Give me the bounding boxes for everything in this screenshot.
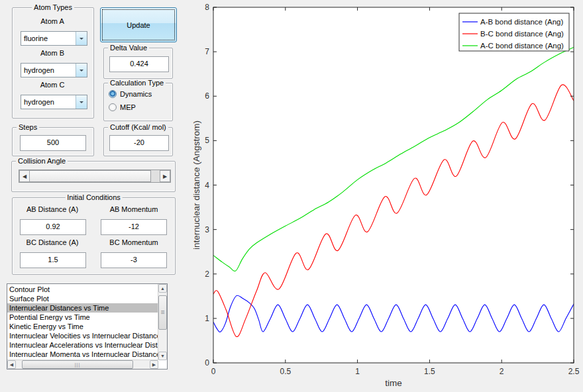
list-item[interactable]: Kinetic Energy vs Time	[7, 322, 158, 331]
x-axis-label: time	[385, 378, 402, 388]
plot-canvas: 00.511.522.5012345678timeinternuclear di…	[186, 0, 583, 392]
steps-field[interactable]: 500	[20, 135, 86, 151]
slider-right-arrow-icon[interactable]: ▶	[160, 170, 170, 182]
list-item[interactable]: Internuclear Distances vs Time	[7, 303, 158, 313]
y-tick-label: 8	[205, 3, 209, 12]
atom-b-label: Atom B	[12, 49, 93, 58]
vertical-scroll-thumb[interactable]: ☰	[158, 295, 167, 330]
steps-title: Steps	[17, 123, 39, 131]
ab-momentum-field[interactable]: -12	[101, 219, 167, 235]
y-axis-label: internuclear distance (Angstrom)	[191, 121, 201, 250]
cutoff-title: Cutoff (Kcal/ mol)	[108, 123, 168, 131]
list-item[interactable]: Surface Plot	[7, 294, 158, 303]
atom-types-title: Atom Types	[32, 3, 74, 11]
plot-area: 00.511.522.5012345678timeinternuclear di…	[186, 0, 583, 392]
list-item[interactable]: Internuclear Accelerations vs Internucle…	[7, 340, 158, 350]
y-tick-label: 4	[205, 181, 209, 190]
list-item[interactable]: Potential Energy vs Time	[7, 313, 158, 322]
y-tick-label: 0	[205, 358, 209, 368]
x-tick-label: 2	[500, 367, 504, 376]
calculation-type-radio[interactable]	[109, 103, 117, 111]
bc-momentum-label: BC Momentum	[101, 238, 167, 247]
plot-background	[213, 7, 574, 363]
delta-value-field[interactable]: 0.424	[109, 56, 169, 72]
atom-c-label: Atom C	[12, 81, 93, 89]
cutoff-field[interactable]: -20	[109, 135, 169, 151]
collision-angle-title: Collision Angle	[16, 157, 68, 165]
vertical-scrollbar[interactable]: ▲ ☰ ▼	[158, 284, 167, 360]
radio-dynamics[interactable]: Dynamics	[109, 89, 152, 99]
y-tick-label: 2	[205, 270, 209, 279]
atom-c-select[interactable]: hydrogen	[21, 95, 87, 109]
atom-b-value: hydrogen	[21, 66, 76, 74]
atom-a-label: Atom A	[12, 17, 93, 26]
y-tick-label: 5	[205, 136, 209, 145]
scroll-left-icon[interactable]: ◀	[7, 360, 16, 369]
atom-b-select[interactable]: hydrogen	[21, 63, 87, 77]
radio-mep[interactable]: MEP	[109, 103, 136, 112]
legend-label: B-C bond distance (Ang)	[480, 30, 564, 38]
delta-value-title: Delta Value	[108, 44, 149, 52]
slider-thumb[interactable]	[30, 170, 151, 182]
bc-distance-label: BC Distance (A)	[20, 238, 85, 247]
chevron-down-icon[interactable]	[76, 64, 87, 77]
update-button[interactable]: Update	[100, 7, 177, 42]
x-tick-label: 1	[355, 367, 360, 376]
ab-distance-label: AB Distance (A)	[20, 205, 85, 214]
scroll-down-icon[interactable]: ▼	[158, 352, 167, 360]
y-tick-label: 3	[205, 225, 209, 234]
x-tick-label: 0	[211, 367, 216, 376]
plot-type-listbox[interactable]: Contour PlotSurface PlotInternuclear Dis…	[7, 283, 168, 369]
y-tick-label: 7	[205, 47, 209, 56]
calculation-type-title: Calculation Type	[108, 79, 166, 87]
slider-track[interactable]	[151, 170, 160, 182]
bc-distance-field[interactable]: 1.5	[20, 252, 86, 268]
atom-a-select[interactable]: fluorine	[21, 31, 87, 46]
horizontal-scrollbar[interactable]: ◀ ||| ▶	[7, 360, 158, 369]
scroll-up-icon[interactable]: ▲	[158, 284, 167, 293]
x-tick-label: 1.5	[424, 367, 435, 376]
legend-label: A-C bond distance (Ang)	[480, 42, 564, 50]
y-tick-label: 1	[205, 314, 209, 323]
scroll-right-icon[interactable]: ▶	[150, 360, 158, 369]
x-tick-label: 0.5	[280, 367, 291, 376]
atom-c-value: hydrogen	[21, 98, 76, 106]
y-tick-label: 6	[205, 91, 209, 101]
plot-type-list: Contour PlotSurface PlotInternuclear Dis…	[7, 285, 158, 360]
ab-distance-field[interactable]: 0.92	[20, 219, 86, 235]
radio-dynamics-label: Dynamics	[120, 90, 152, 98]
slider-left-arrow-icon[interactable]: ◀	[19, 170, 30, 182]
chevron-down-icon[interactable]	[76, 95, 87, 109]
calculation-type-group: Calculation Type	[103, 83, 173, 121]
legend: A-B bond distance (Ang)B-C bond distance…	[459, 13, 569, 51]
initial-conditions-title: Initial Conditions	[65, 193, 123, 201]
chevron-down-icon[interactable]	[76, 32, 87, 45]
horizontal-scroll-thumb[interactable]: |||	[22, 360, 133, 369]
list-item[interactable]: Internuclear Momenta vs Internuclear Dis…	[7, 350, 158, 359]
x-tick-label: 2.5	[568, 367, 580, 376]
list-item[interactable]: Contour Plot	[7, 285, 158, 294]
radio-mep-label: MEP	[120, 103, 136, 111]
calculation-type-radio[interactable]	[109, 90, 117, 98]
list-item[interactable]: Internuclear Velocities vs Internuclear …	[7, 331, 158, 340]
bc-momentum-field[interactable]: -3	[101, 252, 167, 268]
ab-momentum-label: AB Momentum	[101, 205, 167, 214]
legend-label: A-B bond distance (Ang)	[480, 18, 563, 26]
atom-a-value: fluorine	[21, 34, 76, 42]
collision-angle-slider[interactable]: ◀ ▶	[19, 170, 171, 183]
